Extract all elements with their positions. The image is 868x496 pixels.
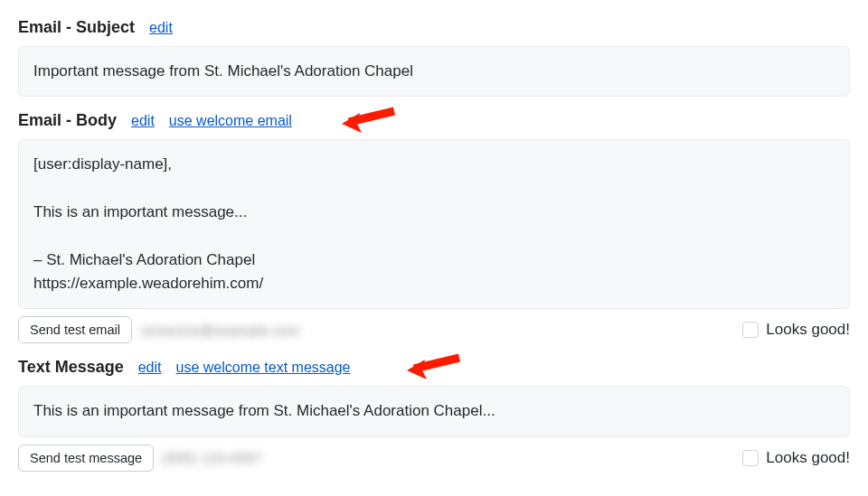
text-message-action-row: Send test message (555) 123-4567 Looks g… xyxy=(18,445,850,472)
email-recipient-redacted: someone@example.com xyxy=(141,323,300,338)
email-body-edit-link[interactable]: edit xyxy=(131,113,155,129)
email-body-action-row: Send test email someone@example.com Look… xyxy=(18,316,850,343)
email-looks-good-label: Looks good! xyxy=(766,321,850,339)
text-message-use-welcome-link[interactable]: use welcome text message xyxy=(176,360,351,376)
send-test-email-button[interactable]: Send test email xyxy=(18,316,132,343)
arrow-icon xyxy=(407,352,461,381)
text-recipient-redacted: (555) 123-4567 xyxy=(163,450,262,465)
text-message-header: Text Message edit use welcome text messa… xyxy=(18,358,850,377)
email-body-content: [user:display-name], This is an importan… xyxy=(18,139,850,309)
email-looks-good-wrap: Looks good! xyxy=(742,321,850,339)
arrow-icon xyxy=(342,106,396,135)
text-message-section: Text Message edit use welcome text messa… xyxy=(18,358,850,471)
email-subject-section: Email - Subject edit Important message f… xyxy=(18,18,850,97)
text-message-edit-link[interactable]: edit xyxy=(138,360,162,376)
email-subject-header: Email - Subject edit xyxy=(18,18,850,37)
send-test-message-button[interactable]: Send test message xyxy=(18,445,154,472)
email-subject-edit-link[interactable]: edit xyxy=(149,20,173,36)
text-looks-good-wrap: Looks good! xyxy=(742,449,850,467)
email-body-header: Email - Body edit use welcome email xyxy=(18,111,850,130)
text-looks-good-label: Looks good! xyxy=(766,449,850,467)
email-subject-title: Email - Subject xyxy=(18,18,135,37)
text-message-content: This is an important message from St. Mi… xyxy=(18,386,850,436)
text-looks-good-checkbox[interactable] xyxy=(742,450,759,466)
text-message-title: Text Message xyxy=(18,358,124,377)
email-body-title: Email - Body xyxy=(18,111,117,130)
email-body-section: Email - Body edit use welcome email [use… xyxy=(18,111,850,343)
email-subject-content: Important message from St. Michael's Ado… xyxy=(18,46,850,97)
email-body-use-welcome-link[interactable]: use welcome email xyxy=(169,113,292,129)
email-looks-good-checkbox[interactable] xyxy=(742,322,759,338)
